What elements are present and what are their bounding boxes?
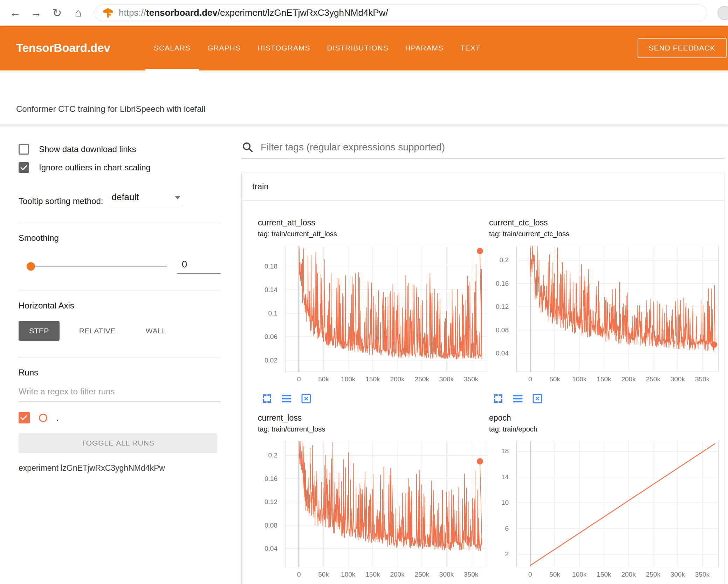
chart-plot[interactable] bbox=[516, 441, 719, 567]
run-checkbox[interactable] bbox=[19, 412, 30, 423]
charts-grid: current_att_loss tag: train/current_att_… bbox=[242, 201, 724, 584]
x-tick-label: 150k bbox=[365, 375, 380, 383]
x-tick-label: 300k bbox=[439, 571, 454, 578]
tag-filter-input[interactable] bbox=[261, 142, 724, 153]
fullscreen-icon[interactable] bbox=[261, 393, 273, 404]
x-tick-label: 0 bbox=[297, 571, 301, 578]
horizontal-axis-buttons: STEP RELATIVE WALL bbox=[19, 321, 226, 341]
tab-graphs[interactable]: GRAPHS bbox=[199, 26, 249, 70]
ignore-outliers-row[interactable]: Ignore outliers in chart scaling bbox=[19, 162, 226, 173]
chart-tag: tag: train/current_loss bbox=[258, 425, 489, 433]
runs-filter-input[interactable] bbox=[19, 387, 221, 402]
run-name: . bbox=[56, 413, 59, 423]
show-download-links-label: Show data download links bbox=[39, 144, 136, 154]
horizontal-axis-label: Horizontal Axis bbox=[19, 301, 226, 311]
x-tick-label: 200k bbox=[621, 375, 636, 383]
content: Show data download links Ignore outliers… bbox=[0, 124, 728, 584]
tooltip-sorting-select[interactable]: default bbox=[111, 192, 183, 206]
toggle-all-runs-button[interactable]: TOGGLE ALL RUNS bbox=[19, 433, 217, 453]
forward-icon[interactable]: → bbox=[28, 6, 44, 19]
divider bbox=[19, 223, 221, 223]
x-tick-label: 200k bbox=[390, 375, 404, 383]
divider bbox=[19, 291, 221, 291]
reload-icon[interactable]: ↻ bbox=[49, 6, 65, 20]
smoothing-slider[interactable] bbox=[30, 266, 167, 267]
x-tick-label: 100k bbox=[341, 375, 355, 383]
chart-card: current_ctc_loss tag: train/current_ctc_… bbox=[489, 218, 720, 404]
chart-title: current_loss bbox=[258, 413, 489, 423]
smoothing-label: Smoothing bbox=[19, 233, 226, 243]
ignore-outliers-label: Ignore outliers in chart scaling bbox=[39, 163, 151, 172]
url-bar[interactable]: https://tensorboard.dev/experiment/lzGnE… bbox=[95, 5, 707, 21]
chart-title: current_att_loss bbox=[258, 218, 489, 228]
y-axis-labels: 0.040.080.120.160.2 bbox=[258, 441, 281, 567]
show-download-links-checkbox[interactable] bbox=[19, 144, 29, 155]
axis-relative-button[interactable]: RELATIVE bbox=[69, 321, 126, 341]
fullscreen-icon[interactable] bbox=[493, 393, 504, 404]
tab-distributions[interactable]: DISTRIBUTIONS bbox=[318, 26, 397, 70]
y-tick-label: 0.04 bbox=[258, 545, 277, 552]
x-tick-label: 150k bbox=[597, 375, 611, 383]
chart-area: 26101418 bbox=[489, 441, 720, 567]
x-tick-label: 50k bbox=[318, 375, 329, 383]
chart-plot[interactable] bbox=[516, 246, 719, 372]
chart-plot[interactable] bbox=[285, 441, 487, 567]
chart-card: epoch tag: train/epoch 26101418 050k100k… bbox=[489, 413, 720, 580]
search-icon bbox=[242, 141, 254, 153]
experiment-title: Conformer CTC training for LibriSpeech w… bbox=[16, 104, 205, 114]
tab-histograms[interactable]: HISTOGRAMS bbox=[249, 26, 319, 70]
fit-domain-icon[interactable] bbox=[532, 393, 543, 404]
y-tick-label: 0.2 bbox=[258, 451, 277, 459]
data-table-icon[interactable] bbox=[281, 393, 292, 404]
x-axis-labels: 050k100k150k200k250k300k350k bbox=[516, 571, 719, 580]
y-tick-label: 0.08 bbox=[489, 326, 509, 334]
axis-wall-button[interactable]: WALL bbox=[135, 321, 177, 341]
chart-plot[interactable] bbox=[285, 246, 487, 372]
y-tick-label: 0.04 bbox=[489, 349, 509, 357]
chart-card: current_att_loss tag: train/current_att_… bbox=[258, 218, 489, 404]
y-tick-label: 2 bbox=[489, 550, 509, 558]
x-tick-label: 150k bbox=[365, 571, 380, 578]
x-axis-labels: 050k100k150k200k250k300k350k bbox=[285, 571, 487, 580]
fit-domain-icon[interactable] bbox=[301, 393, 312, 404]
train-group-header[interactable]: train bbox=[242, 172, 724, 201]
smoothing-value-field[interactable]: 0 bbox=[177, 259, 221, 274]
app-header: TensorBoard.dev SCALARS GRAPHS HISTOGRAM… bbox=[0, 26, 728, 70]
show-download-links-row[interactable]: Show data download links bbox=[19, 144, 226, 155]
y-tick-label: 6 bbox=[489, 525, 509, 532]
tab-scalars[interactable]: SCALARS bbox=[145, 26, 199, 70]
x-tick-label: 350k bbox=[464, 375, 478, 383]
runs-label: Runs bbox=[19, 368, 226, 378]
url-scheme: https:// bbox=[119, 7, 146, 18]
data-table-icon[interactable] bbox=[512, 393, 523, 404]
tab-text[interactable]: TEXT bbox=[452, 26, 489, 70]
chart-title: current_ctc_loss bbox=[489, 218, 720, 228]
x-tick-label: 250k bbox=[415, 571, 429, 578]
chart-area: 0.040.080.120.160.2 bbox=[489, 246, 720, 372]
x-tick-label: 200k bbox=[390, 571, 404, 578]
home-icon[interactable]: ⌂ bbox=[70, 6, 86, 19]
y-tick-label: 0.14 bbox=[258, 286, 277, 294]
brand-logo[interactable]: TensorBoard.dev bbox=[16, 41, 110, 55]
y-tick-label: 0.16 bbox=[489, 280, 509, 287]
smoothing-slider-row: 0 bbox=[19, 259, 226, 274]
x-tick-label: 0 bbox=[528, 375, 532, 383]
send-feedback-button[interactable]: SEND FEEDBACK bbox=[638, 38, 727, 58]
run-color-circle[interactable] bbox=[39, 414, 47, 422]
url-text: https://tensorboard.dev/experiment/lzGnE… bbox=[119, 7, 388, 18]
back-icon[interactable]: ← bbox=[7, 6, 23, 19]
tooltip-sorting-row: Tooltip sorting method: default bbox=[19, 192, 226, 206]
x-tick-label: 100k bbox=[341, 571, 355, 578]
y-tick-label: 0.12 bbox=[258, 498, 277, 506]
axis-step-button[interactable]: STEP bbox=[19, 321, 60, 341]
smoothing-slider-thumb[interactable] bbox=[27, 262, 35, 271]
experiment-bar: Conformer CTC training for LibriSpeech w… bbox=[0, 70, 728, 124]
x-tick-label: 350k bbox=[695, 375, 709, 383]
tab-hparams[interactable]: HPARAMS bbox=[397, 26, 452, 70]
ignore-outliers-checkbox[interactable] bbox=[19, 162, 29, 173]
y-tick-label: 0.2 bbox=[489, 256, 509, 264]
x-axis-labels: 050k100k150k200k250k300k350k bbox=[285, 375, 487, 385]
sidebar: Show data download links Ignore outliers… bbox=[0, 124, 226, 584]
experiment-id-label: experiment lzGnETjwRxC3yghNMd4kPw bbox=[19, 463, 226, 473]
browser-avatar[interactable] bbox=[717, 6, 728, 20]
